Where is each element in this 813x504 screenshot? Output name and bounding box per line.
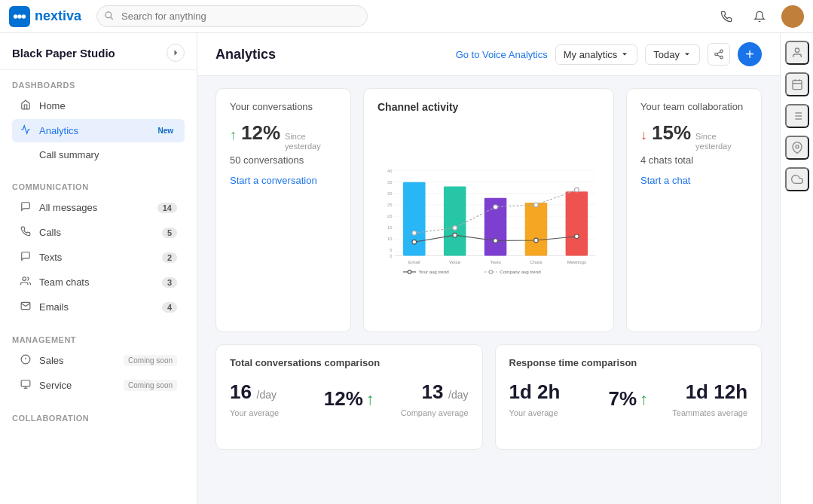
top-nav-actions bbox=[715, 5, 804, 28]
sidebar-section-management: Management Sales Coming soon Service Com… bbox=[0, 325, 197, 403]
home-icon bbox=[20, 99, 32, 112]
voice-analytics-link[interactable]: Go to Voice Analytics bbox=[456, 49, 548, 60]
rail-pin-button[interactable] bbox=[785, 136, 809, 160]
content-area: Your conversations ↑ 12% Since yesterday… bbox=[197, 76, 780, 462]
logo[interactable]: nextiva bbox=[9, 6, 81, 27]
sidebar-item-all-messages[interactable]: All messages 14 bbox=[12, 196, 185, 219]
today-dropdown[interactable]: Today bbox=[645, 44, 700, 65]
team-chats-icon bbox=[20, 276, 32, 289]
total-conversations-company-avg: 13 /day Company average bbox=[387, 380, 469, 417]
sidebar-item-service[interactable]: Service Coming soon bbox=[12, 374, 185, 397]
sidebar: Black Paper Studio Dashboards Home Analy… bbox=[0, 33, 197, 504]
sales-icon bbox=[20, 354, 32, 367]
collaboration-arrow-down: ↓ bbox=[640, 127, 647, 143]
sidebar-item-label-sales: Sales bbox=[39, 355, 112, 366]
svg-point-52 bbox=[494, 205, 498, 209]
svg-text:Voice: Voice bbox=[449, 259, 461, 264]
sidebar-section-dashboards: Dashboards Home Analytics New Call summa… bbox=[0, 70, 197, 172]
svg-point-1 bbox=[17, 14, 21, 18]
channel-activity-title: Channel activity bbox=[377, 101, 600, 113]
svg-text:Texts: Texts bbox=[490, 259, 501, 264]
svg-point-56 bbox=[408, 270, 411, 274]
sidebar-item-analytics[interactable]: Analytics New bbox=[12, 119, 185, 142]
start-chat-link[interactable]: Start a chat bbox=[640, 175, 690, 186]
texts-icon bbox=[20, 251, 32, 264]
top-navigation: nextiva bbox=[0, 0, 813, 33]
sidebar-item-calls[interactable]: Calls 5 bbox=[12, 221, 185, 244]
phone-button[interactable] bbox=[715, 5, 738, 28]
rail-calendar-button[interactable] bbox=[785, 72, 809, 96]
emails-icon bbox=[20, 301, 32, 313]
svg-point-3 bbox=[105, 11, 112, 17]
total-your-avg-unit: /day bbox=[257, 389, 277, 401]
page-header: Analytics Go to Voice Analytics My analy… bbox=[197, 33, 780, 76]
rail-list-button[interactable] bbox=[785, 104, 809, 128]
svg-text:Company avg trend: Company avg trend bbox=[500, 269, 541, 274]
notifications-button[interactable] bbox=[748, 5, 771, 28]
collaboration-count: 4 chats total bbox=[640, 154, 747, 166]
coming-soon-badge-sales: Coming soon bbox=[124, 355, 177, 366]
sidebar-item-home[interactable]: Home bbox=[12, 94, 185, 118]
sidebar-section-collaboration: Collaboration bbox=[0, 403, 197, 432]
svg-point-2 bbox=[22, 14, 26, 18]
total-conversations-percent: 12% bbox=[324, 387, 363, 411]
rail-cloud-button[interactable] bbox=[785, 167, 809, 191]
svg-rect-36 bbox=[444, 186, 466, 255]
app-layout: Black Paper Studio Dashboards Home Analy… bbox=[0, 33, 813, 504]
sidebar-item-texts[interactable]: Texts 2 bbox=[12, 246, 185, 269]
svg-point-54 bbox=[575, 188, 579, 192]
response-teammates-avg-value: 1d 12h bbox=[686, 380, 747, 403]
logo-icon bbox=[9, 6, 30, 27]
new-badge-analytics: New bbox=[154, 126, 177, 136]
svg-point-46 bbox=[453, 233, 457, 237]
conversations-percent: 12% bbox=[241, 121, 280, 145]
svg-text:Meetings: Meetings bbox=[567, 259, 586, 264]
collaboration-since: Since yesterday bbox=[695, 132, 747, 151]
svg-point-47 bbox=[494, 239, 498, 243]
total-conversations-card: Total conversations comparison 16 /day Y… bbox=[215, 344, 483, 450]
section-label-communication: Communication bbox=[12, 182, 185, 191]
svg-text:Your avg trend: Your avg trend bbox=[418, 269, 449, 274]
sidebar-item-call-summary[interactable]: Call summary bbox=[12, 144, 185, 166]
page-header-actions: Go to Voice Analytics My analytics Today… bbox=[456, 42, 762, 66]
svg-text:5: 5 bbox=[390, 248, 392, 252]
avatar[interactable] bbox=[781, 5, 804, 28]
sidebar-item-label-call-summary: Call summary bbox=[39, 149, 177, 160]
my-analytics-dropdown[interactable]: My analytics bbox=[555, 44, 638, 65]
svg-point-13 bbox=[715, 53, 718, 56]
search-bar bbox=[96, 5, 368, 27]
svg-point-14 bbox=[720, 56, 723, 59]
svg-point-0 bbox=[14, 14, 17, 18]
rail-person-button[interactable] bbox=[785, 41, 809, 65]
start-conversation-link[interactable]: Start a conversation bbox=[230, 175, 317, 186]
today-label: Today bbox=[653, 49, 680, 60]
badge-texts: 2 bbox=[162, 252, 177, 263]
svg-point-12 bbox=[720, 50, 723, 53]
search-input[interactable] bbox=[96, 5, 368, 27]
sidebar-item-label-analytics: Analytics bbox=[39, 125, 146, 136]
share-button[interactable] bbox=[708, 43, 730, 66]
response-your-avg-value: 1d 2h bbox=[509, 380, 561, 403]
bottom-row: Total conversations comparison 16 /day Y… bbox=[215, 344, 762, 450]
channel-activity-card: Channel activity bbox=[363, 88, 614, 332]
sidebar-item-label-all-messages: All messages bbox=[39, 202, 150, 213]
svg-text:0: 0 bbox=[390, 254, 392, 258]
service-icon bbox=[20, 379, 32, 392]
calls-icon bbox=[20, 226, 32, 239]
svg-rect-39 bbox=[566, 191, 588, 255]
total-company-avg-label: Company average bbox=[387, 408, 469, 417]
svg-point-48 bbox=[534, 238, 539, 243]
collapse-sidebar-button[interactable] bbox=[167, 44, 185, 62]
collaboration-metric-value: ↓ 15% Since yesterday bbox=[640, 121, 747, 151]
badge-emails: 4 bbox=[162, 302, 177, 313]
svg-text:35: 35 bbox=[387, 180, 392, 185]
add-button[interactable]: + bbox=[738, 42, 762, 66]
sidebar-item-team-chats[interactable]: Team chats 3 bbox=[12, 270, 185, 294]
svg-point-51 bbox=[453, 226, 457, 231]
response-time-your-avg: 1d 2h Your average bbox=[509, 380, 597, 417]
sidebar-item-emails[interactable]: Emails 4 bbox=[12, 295, 185, 319]
section-label-management: Management bbox=[12, 335, 185, 344]
svg-text:30: 30 bbox=[387, 191, 392, 196]
svg-text:15: 15 bbox=[387, 225, 392, 230]
sidebar-item-sales[interactable]: Sales Coming soon bbox=[12, 349, 185, 372]
